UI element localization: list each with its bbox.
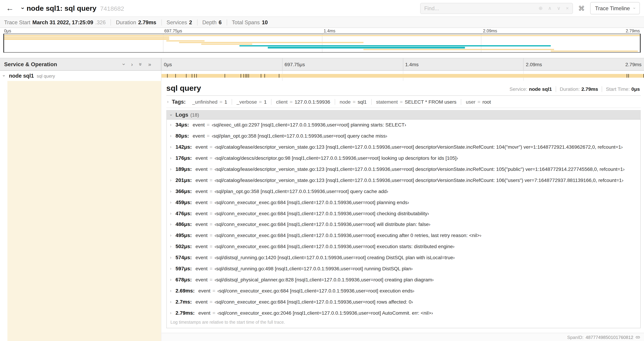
log-field-key: event	[196, 166, 208, 172]
log-expander-icon[interactable]: ›	[170, 234, 172, 238]
log-equals: =	[212, 288, 215, 294]
log-row[interactable]: › 574μs: event = ‹sql/distsql_running.go…	[167, 252, 640, 263]
log-equals: =	[210, 200, 212, 205]
log-field-key: event	[196, 222, 208, 227]
log-row[interactable]: › 459μs: event = ‹sql/conn_executor_exec…	[167, 197, 640, 208]
trace-view-select[interactable]: Trace Timeline ›	[590, 2, 640, 14]
log-field-value: ‹sql/catalog/lease/descriptor_version_st…	[214, 166, 624, 172]
log-expander-icon[interactable]: ›	[170, 167, 172, 171]
log-expander-icon[interactable]: ›	[170, 289, 172, 293]
log-expander-icon[interactable]: ›	[170, 145, 172, 149]
log-expander-icon[interactable]: ›	[170, 200, 172, 204]
log-expander-icon[interactable]: ›	[170, 123, 172, 127]
tags-expander-icon[interactable]: ›	[167, 100, 168, 104]
timeline-tick-label: 2.79ms	[625, 61, 642, 67]
gridline	[322, 34, 322, 52]
log-equals: =	[210, 210, 212, 216]
log-row[interactable]: › 2.69ms: event = ‹sql/conn_executor_exe…	[167, 285, 640, 296]
log-row[interactable]: › 366μs: event = ‹sql/plan_opt.go:358 [n…	[167, 186, 640, 197]
log-expander-icon[interactable]: ›	[170, 178, 172, 182]
log-row[interactable]: › 80μs: event = ‹sql/plan_opt.go:358 [ns…	[167, 131, 640, 142]
log-expander-icon[interactable]: ›	[170, 256, 172, 260]
log-equals: =	[210, 277, 212, 283]
log-row[interactable]: › 189μs: event = ‹sql/catalog/lease/desc…	[167, 164, 640, 175]
gridline	[282, 58, 282, 70]
keyboard-shortcuts-icon[interactable]: ⌘	[578, 4, 585, 12]
span-bar[interactable]	[161, 74, 644, 78]
log-time: 142μs:	[176, 144, 192, 150]
tags-list: _unfinished=1 _verbose=1 client=127.0.0.…	[188, 99, 496, 105]
clear-search-icon[interactable]: ×	[566, 5, 569, 11]
log-field-value: ‹sql/plan_opt.go:358 [nsql1,client=127.0…	[214, 189, 388, 194]
log-row[interactable]: › 476μs: event = ‹sql/conn_executor_exec…	[167, 208, 640, 219]
log-row[interactable]: › 678μs: event = ‹sql/distsql_physical_p…	[167, 274, 640, 285]
log-equals: =	[210, 244, 212, 249]
log-field-value: ‹sql/conn_executor_exec.go:684 [nsql1,cl…	[214, 299, 413, 305]
expand-one-level-icon[interactable]: ›	[121, 63, 127, 65]
collapse-all-icon[interactable]: »	[148, 62, 151, 67]
log-marker	[225, 74, 225, 78]
find-box: ⊕ ∧ ∨ ×	[420, 3, 573, 14]
log-time: 2.79ms:	[176, 310, 194, 316]
log-row[interactable]: › 142μs: event = ‹sql/catalog/lease/desc…	[167, 142, 640, 153]
back-button[interactable]: ←	[4, 3, 16, 14]
log-field-key: event	[196, 200, 208, 205]
log-field-key: event	[196, 155, 208, 161]
logs-accordion-header[interactable]: › Logs (18)	[167, 111, 640, 120]
log-row[interactable]: › 34μs: event = ‹sql/exec_util.go:2297 […	[167, 120, 640, 131]
find-input[interactable]	[424, 5, 538, 12]
log-marker	[628, 74, 629, 78]
log-expander-icon[interactable]: ›	[170, 211, 172, 216]
log-row[interactable]: › 2.7ms: event = ‹sql/conn_executor_exec…	[167, 296, 640, 307]
link-icon[interactable]	[635, 334, 640, 339]
prev-match-icon[interactable]: ∧	[548, 5, 552, 11]
log-expander-icon[interactable]: ›	[170, 189, 172, 194]
log-field-key: event	[196, 299, 208, 305]
tags-accordion[interactable]: › Tags: _unfinished=1 _verbose=1 client=…	[166, 96, 641, 108]
minimap-span	[4, 35, 640, 36]
logs-expander-icon[interactable]: ›	[169, 114, 173, 116]
log-row[interactable]: › 201μs: event = ‹sql/catalog/lease/desc…	[167, 175, 640, 186]
minimap-canvas[interactable]	[3, 34, 641, 53]
log-expander-icon[interactable]: ›	[170, 134, 172, 138]
trace-collapse-chevron-icon[interactable]: ›	[20, 7, 26, 9]
collapse-one-level-icon[interactable]: ›	[131, 62, 133, 67]
log-row[interactable]: › 2.79ms: event = ‹sql/conn_executor_exe…	[167, 307, 640, 318]
minimap-span	[179, 42, 364, 43]
log-marker	[644, 74, 644, 78]
log-time: 476μs:	[176, 210, 192, 216]
log-equals: =	[210, 177, 212, 183]
log-field-key: event	[196, 233, 208, 238]
span-row-timeline-cell[interactable]	[161, 71, 644, 81]
trace-id: 7418682	[100, 5, 124, 12]
log-row[interactable]: › 502μs: event = ‹sql/conn_executor_exec…	[167, 241, 640, 252]
minimap-span	[551, 51, 638, 52]
expand-all-icon[interactable]: »	[138, 63, 143, 66]
log-row[interactable]: › 486μs: event = ‹sql/conn_executor_exec…	[167, 219, 640, 230]
log-equals: =	[210, 166, 212, 172]
log-expander-icon[interactable]: ›	[170, 300, 172, 304]
log-equals: =	[212, 310, 215, 316]
service-operation-title: Service & Operation	[4, 61, 57, 67]
log-expander-icon[interactable]: ›	[170, 156, 172, 160]
stat-service: Service:node sql1	[506, 86, 556, 92]
next-match-icon[interactable]: ∨	[557, 5, 560, 11]
log-expander-icon[interactable]: ›	[170, 278, 172, 282]
row-expander-icon[interactable]: ›	[2, 75, 6, 77]
log-expander-icon[interactable]: ›	[170, 244, 172, 249]
log-expander-icon[interactable]: ›	[170, 267, 172, 271]
log-row[interactable]: › 176μs: event = ‹sql/catalog/descs/desc…	[167, 153, 640, 164]
log-field-value: ‹sql/conn_executor_exec.go:684 [nsql1,cl…	[214, 233, 481, 238]
log-row[interactable]: › 495μs: event = ‹sql/conn_executor_exec…	[167, 230, 640, 241]
collapse-controls: › › » »	[123, 62, 157, 67]
log-time: 201μs:	[176, 177, 192, 183]
log-expander-icon[interactable]: ›	[170, 311, 172, 315]
span-row-name-cell[interactable]: › node sql1 sql query	[0, 71, 161, 81]
logs-list: › 34μs: event = ‹sql/exec_util.go:2297 […	[167, 120, 640, 318]
log-row[interactable]: › 597μs: event = ‹sql/distsql_running.go…	[167, 263, 640, 274]
log-expander-icon[interactable]: ›	[170, 222, 172, 227]
log-field-value: ‹sql/conn_executor_exec.go:2046 [nsql1,c…	[218, 310, 433, 316]
circle-plus-icon[interactable]: ⊕	[538, 5, 543, 11]
minimap-tick-label: 2.79ms	[626, 29, 640, 33]
timeline-tick-label: 697.75μs	[284, 61, 305, 67]
